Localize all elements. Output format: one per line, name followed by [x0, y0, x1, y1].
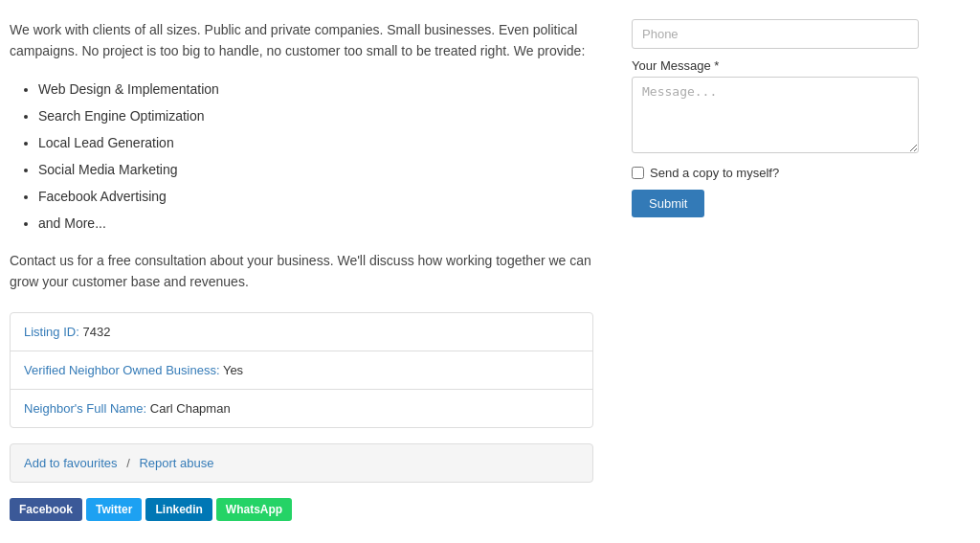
separator: /: [126, 456, 130, 470]
phone-field-wrapper: [632, 19, 919, 49]
service-item: Search Engine Optimization: [38, 102, 593, 129]
name-row: Neighbor's Full Name: Carl Chapman: [11, 390, 592, 427]
submit-button[interactable]: Submit: [632, 190, 704, 217]
listing-id-value: 7432: [82, 325, 110, 339]
listing-id-row: Listing ID: 7432: [11, 313, 592, 351]
report-abuse-link[interactable]: Report abuse: [139, 456, 213, 470]
message-field-wrapper: Your Message *: [632, 58, 919, 156]
phone-input[interactable]: [632, 19, 919, 49]
twitter-button[interactable]: Twitter: [86, 498, 142, 521]
copy-checkbox-row: Send a copy to myself?: [632, 166, 919, 180]
service-item: Local Lead Generation: [38, 129, 593, 156]
name-label: Neighbor's Full Name:: [24, 401, 146, 416]
listing-id-label: Listing ID:: [24, 325, 79, 339]
contact-text: Contact us for a free consultation about…: [10, 250, 593, 293]
actions-row: Add to favourites / Report abuse: [10, 443, 593, 483]
left-column: We work with clients of all sizes. Publi…: [0, 10, 612, 533]
verified-row: Verified Neighbor Owned Business: Yes: [11, 351, 592, 390]
name-value: Carl Chapman: [150, 401, 231, 416]
services-list: Web Design & ImplementationSearch Engine…: [10, 76, 593, 237]
copy-checkbox[interactable]: [632, 167, 644, 179]
social-buttons: Facebook Twitter Linkedin WhatsApp: [10, 498, 593, 521]
verified-label: Verified Neighbor Owned Business:: [24, 363, 220, 377]
right-column: Your Message * Send a copy to myself? Su…: [612, 10, 938, 533]
linkedin-button[interactable]: Linkedin: [145, 498, 212, 521]
service-item: Web Design & Implementation: [38, 76, 593, 102]
intro-text: We work with clients of all sizes. Publi…: [10, 19, 593, 62]
whatsapp-button[interactable]: WhatsApp: [216, 498, 292, 521]
service-item: Social Media Marketing: [38, 156, 593, 183]
add-favourites-link[interactable]: Add to favourites: [24, 456, 118, 470]
service-item: and More...: [38, 210, 593, 237]
message-textarea[interactable]: [632, 77, 919, 153]
message-label: Your Message *: [632, 58, 919, 73]
service-item: Facebook Advertising: [38, 183, 593, 210]
verified-value: Yes: [223, 363, 243, 377]
copy-label: Send a copy to myself?: [650, 166, 779, 180]
facebook-button[interactable]: Facebook: [10, 498, 82, 521]
listing-info-table: Listing ID: 7432 Verified Neighbor Owned…: [10, 312, 593, 428]
